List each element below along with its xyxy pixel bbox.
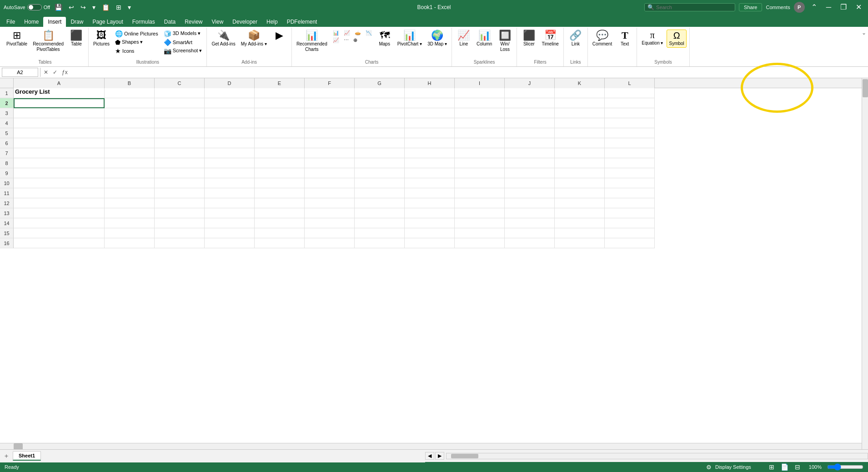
other-charts-button[interactable]: ⊕ (351, 37, 359, 44)
cancel-formula-button[interactable]: ✕ (42, 69, 50, 75)
cell-h1[interactable] (405, 88, 455, 98)
bottom-scroll-thumb[interactable] (451, 454, 478, 458)
cell-i1[interactable] (455, 88, 505, 98)
cell-a4[interactable] (14, 118, 105, 128)
cell-d3[interactable] (205, 108, 255, 118)
col-header-e[interactable]: E (255, 78, 305, 88)
tab-insert[interactable]: Insert (43, 17, 66, 27)
tab-formulas[interactable]: Formulas (128, 17, 160, 27)
cell-b3[interactable] (105, 108, 155, 118)
tab-file[interactable]: File (2, 17, 20, 27)
recommended-pivottables-button[interactable]: 📋 RecommendedPivotTables (31, 30, 65, 53)
cell-a3[interactable] (14, 108, 105, 118)
cell-e3[interactable] (255, 108, 305, 118)
collapse-ribbon-button[interactable]: ⌄ (862, 30, 866, 36)
sheet-prev-button[interactable]: ◀ (425, 452, 434, 460)
share-button[interactable]: Share (739, 3, 762, 11)
area-chart-button[interactable]: 📈 (331, 37, 341, 44)
restore-button[interactable]: ❐ (838, 2, 849, 12)
row-num-3[interactable]: 3 (0, 108, 14, 118)
formula-input[interactable] (71, 69, 866, 75)
cell-g3[interactable] (355, 108, 405, 118)
cell-c3[interactable] (155, 108, 205, 118)
tab-draw[interactable]: Draw (66, 17, 88, 27)
row-num-2[interactable]: 2 (0, 98, 14, 108)
maps-button[interactable]: 🗺 Maps (376, 30, 394, 48)
row-num-4[interactable]: 4 (0, 118, 14, 128)
cell-j3[interactable] (505, 108, 555, 118)
recommended-charts-button[interactable]: 📊 RecommendedCharts (295, 30, 329, 53)
timeline-button[interactable]: 📅 Timeline (540, 30, 560, 48)
my-addins-button[interactable]: 📦 My Add-ins ▾ (239, 30, 269, 48)
profile-avatar[interactable]: P (794, 2, 805, 13)
tab-review[interactable]: Review (180, 17, 207, 27)
cell-c1[interactable] (155, 88, 205, 98)
autosave-toggle[interactable] (27, 4, 42, 10)
search-input[interactable] (656, 5, 729, 10)
cell-h3[interactable] (405, 108, 455, 118)
tab-data[interactable]: Data (160, 17, 180, 27)
cell-f1[interactable] (305, 88, 355, 98)
win-loss-button[interactable]: 🔲 Win/Loss (496, 30, 514, 53)
grid-view-button[interactable]: ⊞ (114, 3, 123, 12)
slicer-button[interactable]: ⬛ Slicer (520, 30, 538, 48)
3d-models-button[interactable]: 🧊 3D Models ▾ (162, 30, 204, 38)
hscroll-thumb[interactable] (14, 443, 23, 450)
add-sheet-button[interactable]: ＋ (2, 452, 11, 461)
save-button[interactable]: 💾 (53, 3, 64, 12)
name-box[interactable] (2, 68, 38, 77)
tab-view[interactable]: View (207, 17, 228, 27)
ribbon-display-button[interactable]: ⌃ (808, 2, 820, 12)
minimize-button[interactable]: ─ (823, 2, 834, 12)
cell-e2[interactable] (255, 98, 305, 108)
cell-k3[interactable] (555, 108, 605, 118)
col-header-d[interactable]: D (205, 78, 255, 88)
get-addins-button[interactable]: 🔌 Get Add-ins (210, 30, 237, 48)
row-num-11[interactable]: 11 (0, 188, 14, 198)
shapes-button[interactable]: ⬟ Shapes ▾ (113, 38, 160, 46)
row-num-15[interactable]: 15 (0, 228, 14, 238)
smartart-button[interactable]: 🔷 SmartArt (162, 38, 204, 46)
cell-j2[interactable] (505, 98, 555, 108)
scatter-chart-button[interactable]: ⋯ (342, 37, 351, 44)
col-header-h[interactable]: H (405, 78, 455, 88)
col-header-g[interactable]: G (355, 78, 405, 88)
vertical-scrollbar[interactable] (862, 78, 868, 449)
confirm-formula-button[interactable]: ✓ (51, 69, 59, 75)
close-button[interactable]: ✕ (853, 2, 864, 12)
table-button[interactable]: ⬛ Table (67, 30, 85, 48)
row-num-16[interactable]: 16 (0, 238, 14, 248)
cell-k1[interactable] (555, 88, 605, 98)
display-settings-label[interactable]: Display Settings (715, 464, 751, 470)
page-layout-view-button[interactable]: 📄 (779, 463, 790, 471)
row-num-10[interactable]: 10 (0, 178, 14, 188)
icons-button[interactable]: ★ Icons (113, 47, 160, 55)
col-header-a[interactable]: A (14, 78, 105, 88)
tab-developer[interactable]: Developer (228, 17, 262, 27)
pictures-button[interactable]: 🖼 Pictures (91, 30, 111, 48)
text-button[interactable]: T Text (616, 30, 634, 48)
cell-a2[interactable] (14, 98, 105, 108)
undo-button[interactable]: ↩ (67, 3, 76, 12)
search-box[interactable]: 🔍 (644, 3, 735, 11)
line-chart-button[interactable]: 📈 (342, 30, 352, 36)
cell-b1[interactable] (105, 88, 155, 98)
row-num-14[interactable]: 14 (0, 218, 14, 228)
column-sparkline-button[interactable]: 📊 Column (475, 30, 494, 48)
row-num-6[interactable]: 6 (0, 138, 14, 148)
screenshot-button[interactable]: 📷 Screenshot ▾ (162, 47, 204, 55)
cell-j1[interactable] (505, 88, 555, 98)
col-header-k[interactable]: K (555, 78, 605, 88)
cell-a1[interactable]: Grocery List (14, 88, 105, 98)
tab-page-layout[interactable]: Page Layout (88, 17, 127, 27)
col-header-i[interactable]: I (455, 78, 505, 88)
cell-h2[interactable] (405, 98, 455, 108)
insert-function-button[interactable]: ƒx (60, 69, 69, 75)
bar-chart-button[interactable]: 📉 (364, 30, 374, 36)
cell-l2[interactable] (605, 98, 655, 108)
line-sparkline-button[interactable]: 📈 Line (455, 30, 473, 48)
cell-l3[interactable] (605, 108, 655, 118)
cell-l1[interactable] (605, 88, 655, 98)
page-break-view-button[interactable]: ⊟ (793, 463, 802, 471)
sheet-tab-sheet1[interactable]: Sheet1 (13, 451, 41, 461)
